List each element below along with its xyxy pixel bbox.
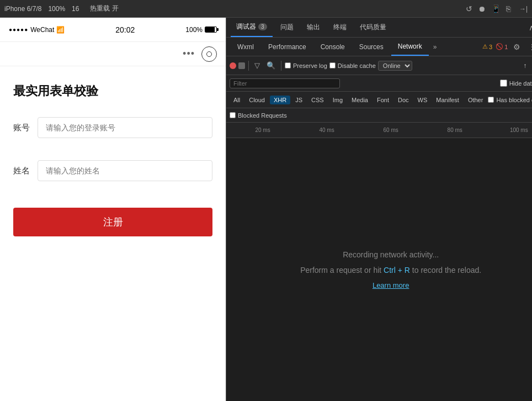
console-label: Console xyxy=(321,43,345,51)
warn-count: 3 xyxy=(489,44,492,50)
filter-img[interactable]: Img xyxy=(329,96,347,104)
network-toolbar: ▽ 🔍 Preserve log Disable cache Online ↑ … xyxy=(226,56,532,75)
expand-arrow[interactable]: →| xyxy=(519,5,528,13)
timeline-80ms: 80 ms xyxy=(423,127,487,133)
status-left: ●●●●● WeChat 📶 xyxy=(9,26,65,34)
quality-tab-label: 代码质量 xyxy=(360,23,386,32)
filter-xhr[interactable]: XHR xyxy=(270,96,290,104)
subtab-wxml[interactable]: Wxml xyxy=(231,38,260,56)
learn-more-link[interactable]: Learn more xyxy=(373,281,409,289)
debugger-tab-label: 调试器 xyxy=(236,22,256,31)
network-throttle-select[interactable]: Online xyxy=(378,61,412,71)
blocked-requests-row: Blocked Requests xyxy=(226,108,532,123)
hide-data-urls-checkbox[interactable]: Hide data URLs xyxy=(500,80,532,87)
blocked-requests-checkbox[interactable]: Blocked Requests xyxy=(230,112,287,119)
battery-percent: 100% xyxy=(185,26,203,34)
gear-settings-button[interactable]: ⚙ xyxy=(511,41,523,52)
filter-input[interactable] xyxy=(230,78,340,88)
camera-button[interactable] xyxy=(201,46,217,62)
shortcut-text: Ctrl + R xyxy=(384,266,410,275)
tab-output[interactable]: 输出 xyxy=(301,18,326,37)
app-name: WeChat xyxy=(30,26,54,34)
preserve-log-input[interactable] xyxy=(285,62,291,68)
has-blocked-cookies-label: Has blocked cookies xyxy=(496,97,532,103)
collapse-button[interactable]: ∧ xyxy=(526,22,532,33)
disable-cache-checkbox[interactable]: Disable cache xyxy=(329,62,376,69)
devtools-header-right: ∧ ✕ xyxy=(526,22,532,33)
search-toggle-button[interactable]: 🔍 xyxy=(264,60,278,71)
name-label: 姓名 xyxy=(13,166,31,176)
filter-toggle-button[interactable]: ▽ xyxy=(252,60,262,71)
filter-media[interactable]: Media xyxy=(348,96,372,104)
import-icon[interactable]: ↑ xyxy=(521,60,529,71)
subtab-sources[interactable]: Sources xyxy=(353,38,390,56)
subtab-network[interactable]: Network xyxy=(391,38,429,56)
phone-panel: ●●●●● WeChat 📶 20:02 100% ••• 最实用表单校验 xyxy=(0,18,226,401)
filter-other[interactable]: Other xyxy=(464,96,487,104)
device-label[interactable]: iPhone 6/7/8 xyxy=(4,5,41,13)
timeline-labels: 20 ms 40 ms 60 ms 80 ms 100 ms xyxy=(226,127,532,133)
battery-fill xyxy=(205,27,215,32)
type-filter-right: Has blocked cookies xyxy=(488,97,532,103)
terminal-tab-label: 终端 xyxy=(333,23,347,32)
refresh-icon[interactable]: ↺ xyxy=(466,4,472,13)
has-blocked-cookies-input[interactable] xyxy=(488,97,494,103)
type-filter-bar: All Cloud XHR JS CSS Img Media Font Doc … xyxy=(226,92,532,108)
tab-quality[interactable]: 代码质量 xyxy=(354,18,392,37)
has-blocked-cookies-checkbox[interactable]: Has blocked cookies xyxy=(488,97,532,103)
zoom-suffix: 16 xyxy=(72,5,79,13)
err-badge: 🚫 1 xyxy=(496,43,508,50)
hide-data-urls-input[interactable] xyxy=(500,80,507,87)
copy-icon[interactable]: ⎘ xyxy=(506,4,510,13)
status-time: 20:02 xyxy=(65,25,185,34)
stop-button[interactable] xyxy=(238,62,245,69)
name-input[interactable] xyxy=(38,160,212,181)
subtab-console[interactable]: Console xyxy=(314,38,352,56)
filter-cloud[interactable]: Cloud xyxy=(245,96,269,104)
account-input[interactable] xyxy=(38,117,212,138)
menu-dots[interactable]: ••• xyxy=(183,48,195,60)
preserve-log-label: Preserve log xyxy=(293,62,327,69)
blocked-requests-input[interactable] xyxy=(230,112,236,118)
account-label: 账号 xyxy=(13,123,31,133)
toolbar-right-icons: ↑ ↓ ⚙ xyxy=(521,60,532,71)
top-toolbar: iPhone 6/7/8 100% 16 热重载 开 ↺ ⏺ 📱 ⎘ →| xyxy=(0,0,532,18)
filter-doc[interactable]: Doc xyxy=(394,96,413,104)
tab-debugger[interactable]: 调试器 3 xyxy=(231,18,273,37)
net-tab-icons: ⚠ 3 🚫 1 ⚙ ⋮ ⊡ xyxy=(482,41,532,52)
wifi-icon: 📶 xyxy=(56,26,65,34)
filter-manifest[interactable]: Manifest xyxy=(432,96,463,104)
more-options-button[interactable]: ⋮ xyxy=(526,41,532,52)
zoom-label[interactable]: 100% xyxy=(48,5,65,13)
tab-terminal[interactable]: 终端 xyxy=(328,18,352,37)
preserve-log-checkbox[interactable]: Preserve log xyxy=(285,62,327,69)
mobile-icon[interactable]: 📱 xyxy=(491,4,501,13)
timeline-100ms: 100 ms xyxy=(487,127,532,133)
record-icon[interactable]: ⏺ xyxy=(478,4,486,13)
account-field: 账号 xyxy=(13,117,212,138)
tab-issues[interactable]: 问题 xyxy=(275,18,299,37)
submit-button[interactable]: 注册 xyxy=(13,208,212,236)
warn-badge: ⚠ 3 xyxy=(482,43,492,50)
record-dot-button[interactable] xyxy=(230,62,236,69)
hotreload-toggle[interactable]: 热重载 开 xyxy=(90,4,118,13)
perform-text: Perform a request or hit Ctrl + R to rec… xyxy=(300,266,481,275)
blocked-requests-label: Blocked Requests xyxy=(238,112,287,119)
status-right: 100% xyxy=(185,26,217,34)
filter-css[interactable]: CSS xyxy=(307,96,328,104)
battery-icon xyxy=(205,27,217,33)
filter-all[interactable]: All xyxy=(230,96,244,104)
filter-ws[interactable]: WS xyxy=(414,96,432,104)
performance-label: Performance xyxy=(268,43,306,51)
toolbar-icons: ↺ ⏺ 📱 ⎘ xyxy=(466,4,510,13)
debugger-badge: 3 xyxy=(258,23,267,30)
err-circle-icon: 🚫 xyxy=(496,43,503,50)
warn-triangle-icon: ⚠ xyxy=(482,43,488,50)
wxml-label: Wxml xyxy=(237,43,254,51)
more-tabs-icon[interactable]: » xyxy=(430,43,440,51)
timeline-60ms: 60 ms xyxy=(359,127,423,133)
filter-js[interactable]: JS xyxy=(291,96,306,104)
subtab-performance[interactable]: Performance xyxy=(262,38,313,56)
filter-font[interactable]: Font xyxy=(373,96,393,104)
disable-cache-input[interactable] xyxy=(329,62,336,68)
